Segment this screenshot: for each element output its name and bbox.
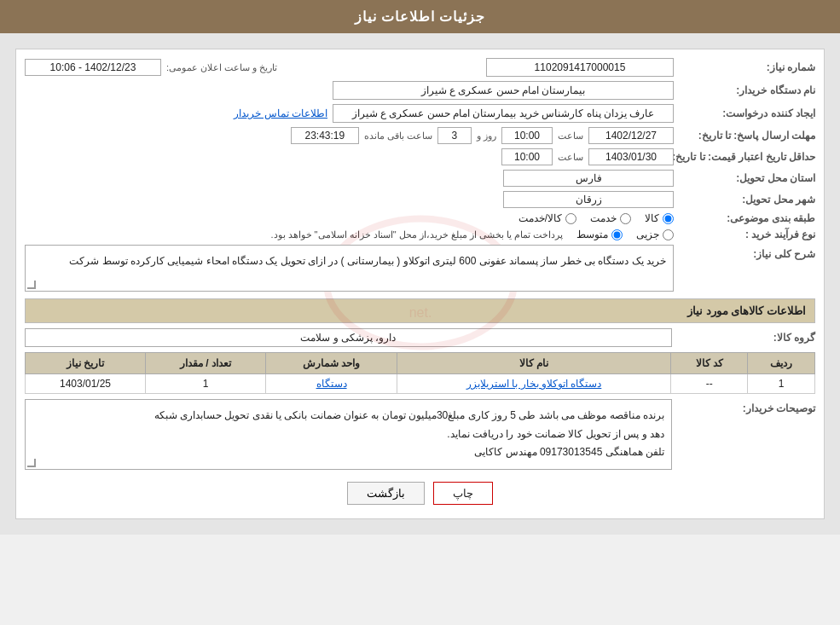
mohlat-remaining: 23:43:19 — [291, 127, 359, 144]
item-name-link: دستگاه اتوکلاو بخار با استریلایزر — [466, 378, 601, 390]
process-row: نوع فرآیند خرید : جزیی متوسط پرداخت تمام… — [25, 229, 815, 240]
col-name: نام کالا — [397, 353, 671, 374]
mohlat-row: مهلت ارسال پاسخ: تا تاریخ: 1402/12/27 سا… — [25, 127, 815, 144]
announcement-label: تاریخ و ساعت اعلان عمومی: — [166, 62, 277, 73]
process-label: نوع فرآیند خرید : — [679, 229, 815, 240]
col-radif: ردیف — [748, 353, 815, 374]
mohlat-time-label: ساعت — [558, 130, 583, 142]
process-options: جزیی متوسط — [576, 229, 674, 240]
contact-info-link[interactable]: اطلاعات تماس خریدار — [234, 107, 327, 119]
process-desc: پرداخت تمام یا بخشی از مبلغ خرید،از محل … — [270, 229, 563, 240]
col-date: تاریخ نیاز — [26, 353, 146, 374]
description-row: شرح کلی نیاز: خرید یک دستگاه بی خطر ساز … — [25, 245, 815, 292]
ijad-value: عارف یزدان پناه کارشناس خرید بیمارستان ا… — [333, 104, 674, 123]
buyer-notes-section: توصیحات خریدار: برنده مناقصه موظف می باش… — [25, 399, 815, 470]
description-label: شرح کلی نیاز: — [679, 248, 815, 260]
print-button[interactable]: چاپ — [433, 482, 493, 505]
items-section-title: اطلاعات کالاهای مورد نیاز — [25, 298, 815, 323]
mohlat-label: مهلت ارسال پاسخ: تا تاریخ: — [679, 130, 815, 142]
mohlat-days-label: روز و — [477, 130, 496, 142]
buyer-notes-text: برنده مناقصه موظف می باشد طی 5 روز کاری … — [154, 409, 664, 458]
resize-handle — [27, 281, 36, 289]
cell-kod: -- — [671, 374, 748, 394]
unit-link: دستگاه — [316, 378, 347, 390]
buttons-row: چاپ بازگشت — [25, 482, 815, 505]
buyer-notes-label: توصیحات خریدار: — [679, 402, 815, 414]
buyer-notes-resize — [27, 459, 36, 467]
process-jozei-radio[interactable] — [663, 229, 674, 240]
ijad-label: ایجاد کننده درخواست: — [679, 107, 815, 119]
col-unit: واحد شمارش — [265, 353, 397, 374]
cell-radif: 1 — [748, 374, 815, 394]
items-table: ردیف کد کالا نام کالا واحد شمارش تعداد /… — [25, 352, 815, 394]
description-box: خرید یک دستگاه بی خطر ساز پسماند عفونی 6… — [25, 245, 674, 292]
process-motevaset-radio[interactable] — [611, 229, 623, 240]
shahr-label: شهر محل تحویل: — [679, 194, 815, 205]
category-row: طبقه بندی موضوعی: کالا خدمت کالا/خدمت — [25, 212, 815, 224]
product-group-label: گروه کالا: — [679, 332, 815, 344]
ostan-row: استان محل تحویل: فارس — [25, 170, 815, 187]
cell-date: 1403/01/25 — [26, 374, 146, 394]
shahr-value: زرقان — [503, 191, 674, 208]
category-khadamat-label: خدمت — [590, 212, 617, 224]
niaz-value: 1102091417000015 — [486, 58, 674, 77]
product-group-value: دارو، پزشکی و سلامت — [25, 328, 672, 347]
process-motevaset[interactable]: متوسط — [576, 229, 623, 240]
process-jozei-label: جزیی — [636, 229, 659, 240]
description-text: خرید یک دستگاه بی خطر ساز پسماند عفونی 6… — [69, 255, 666, 267]
ostan-label: استان محل تحویل: — [679, 172, 815, 184]
category-kala-khadamat[interactable]: کالا/خدمت — [518, 212, 576, 224]
ijad-row: ایجاد کننده درخواست: عارف یزدان پناه کار… — [25, 104, 815, 123]
buyer-notes-box: برنده مناقصه موظف می باشد طی 5 روز کاری … — [25, 399, 672, 470]
category-options: کالا خدمت کالا/خدمت — [518, 212, 674, 224]
price-validity-date: 1403/01/30 — [588, 148, 674, 165]
mohlat-days: 3 — [437, 127, 472, 144]
announcement-value: 1402/12/23 - 10:06 — [25, 59, 161, 76]
back-button[interactable]: بازگشت — [347, 482, 425, 505]
mohlat-remaining-label: ساعت باقی مانده — [364, 130, 432, 142]
category-khadamat-radio[interactable] — [620, 213, 631, 224]
cell-name[interactable]: دستگاه اتوکلاو بخار با استریلایزر — [397, 374, 671, 394]
table-header-row: ردیف کد کالا نام کالا واحد شمارش تعداد /… — [26, 353, 815, 374]
mohlat-date: 1402/12/27 — [588, 127, 674, 144]
cell-quantity: 1 — [146, 374, 266, 394]
category-kala[interactable]: کالا — [645, 212, 674, 224]
dastgah-label: نام دستگاه خریدار: — [679, 84, 815, 96]
price-validity-time-label: ساعت — [558, 152, 583, 163]
dastgah-row: نام دستگاه خریدار: بیمارستان امام حسن عس… — [25, 81, 815, 100]
category-kala-khadamat-label: کالا/خدمت — [518, 212, 562, 224]
cell-unit[interactable]: دستگاه — [265, 374, 397, 394]
niaz-row: شماره نیاز: 1102091417000015 تاریخ و ساع… — [25, 58, 815, 77]
page-header: جزئیات اطلاعات نیاز — [0, 0, 840, 33]
price-validity-row: حداقل تاریخ اعتبار قیمت: تا تاریخ: 1403/… — [25, 148, 815, 165]
dastgah-value: بیمارستان امام حسن عسکری ع شیراز — [333, 81, 674, 100]
table-row: 1 -- دستگاه اتوکلاو بخار با استریلایزر د… — [26, 374, 815, 394]
shahr-row: شهر محل تحویل: زرقان — [25, 191, 815, 208]
category-kala-khadamat-radio[interactable] — [565, 213, 576, 224]
price-validity-time: 10:00 — [501, 148, 553, 165]
price-validity-label: حداقل تاریخ اعتبار قیمت: تا تاریخ: — [679, 151, 815, 163]
mohlat-time: 10:00 — [501, 127, 553, 144]
category-kala-radio[interactable] — [663, 213, 674, 224]
ostan-value: فارس — [503, 170, 674, 187]
category-khadamat[interactable]: خدمت — [590, 212, 631, 224]
niaz-label: شماره نیاز: — [679, 61, 815, 73]
process-jozei[interactable]: جزیی — [636, 229, 674, 240]
category-label: طبقه بندی موضوعی: — [679, 212, 815, 224]
category-kala-label: کالا — [645, 212, 659, 224]
process-motevaset-label: متوسط — [576, 229, 608, 240]
col-kod: کد کالا — [671, 353, 748, 374]
product-group-row: گروه کالا: دارو، پزشکی و سلامت — [25, 328, 815, 347]
col-quantity: تعداد / مقدار — [146, 353, 266, 374]
page-title: جزئیات اطلاعات نیاز — [355, 9, 486, 24]
